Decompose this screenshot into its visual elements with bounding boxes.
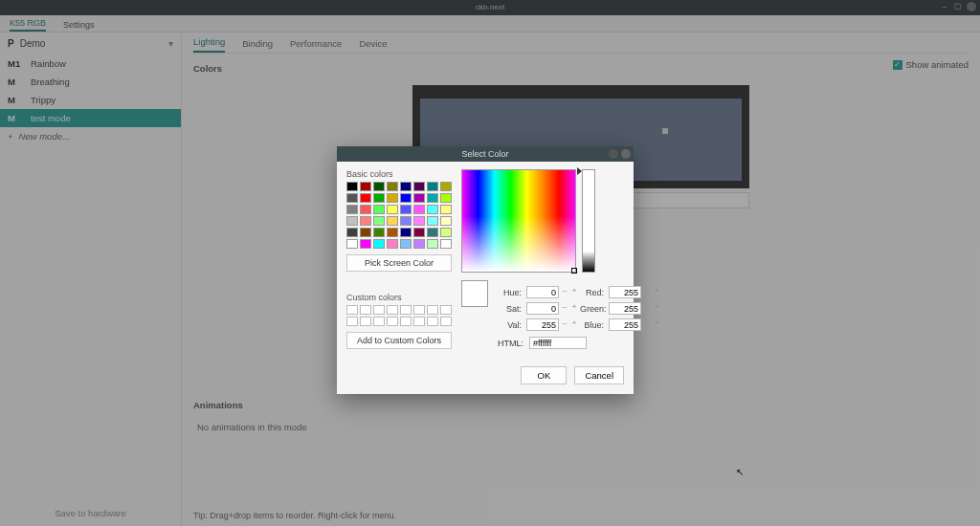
basic-color-swatch[interactable] — [373, 205, 385, 214]
basic-color-swatch[interactable] — [346, 228, 358, 237]
basic-color-swatch[interactable] — [387, 228, 398, 237]
custom-color-swatch[interactable] — [387, 317, 398, 326]
basic-color-swatch[interactable] — [413, 205, 425, 214]
basic-color-swatch[interactable] — [440, 228, 452, 237]
sat-decrement[interactable]: – — [561, 302, 568, 315]
save-to-hardware-button[interactable]: Save to hardware — [0, 500, 181, 526]
green-decrement[interactable]: – — [643, 302, 651, 315]
basic-color-swatch[interactable] — [413, 228, 425, 237]
basic-color-swatch[interactable] — [440, 239, 452, 249]
subtab-device[interactable]: Device — [359, 38, 387, 53]
sat-increment[interactable]: + — [570, 302, 578, 315]
subtab-lighting[interactable]: Lighting — [193, 36, 225, 53]
basic-color-swatch[interactable] — [346, 193, 358, 203]
custom-color-swatch[interactable] — [440, 317, 452, 326]
val-input[interactable] — [526, 318, 559, 331]
custom-color-swatch[interactable] — [427, 317, 438, 326]
mode-item-rainbow[interactable]: M1 Rainbow — [0, 55, 181, 73]
basic-color-swatch[interactable] — [427, 193, 438, 203]
basic-color-swatch[interactable] — [427, 216, 438, 226]
basic-color-swatch[interactable] — [387, 182, 398, 191]
basic-color-swatch[interactable] — [400, 216, 412, 226]
basic-color-swatch[interactable] — [400, 193, 412, 203]
hue-increment[interactable]: + — [570, 286, 578, 298]
basic-color-swatch[interactable] — [440, 205, 452, 214]
maximize-icon[interactable]: ▢ — [953, 2, 963, 11]
close-icon[interactable] — [967, 2, 976, 11]
basic-color-swatch[interactable] — [373, 216, 385, 226]
hue-decrement[interactable]: – — [561, 286, 568, 298]
custom-color-swatch[interactable] — [360, 305, 371, 315]
profile-selector[interactable]: P Demo ▾ — [0, 33, 181, 55]
basic-color-swatch[interactable] — [413, 239, 425, 249]
hue-input[interactable] — [526, 286, 559, 298]
custom-color-swatch[interactable] — [427, 305, 438, 315]
red-decrement[interactable]: – — [643, 286, 651, 298]
gradient-handle-icon[interactable] — [571, 268, 577, 274]
basic-color-swatch[interactable] — [440, 182, 452, 191]
basic-color-swatch[interactable] — [346, 182, 358, 191]
ok-button[interactable]: OK — [521, 366, 567, 384]
val-decrement[interactable]: – — [561, 318, 568, 331]
blue-input[interactable] — [609, 318, 641, 331]
basic-color-swatch[interactable] — [427, 205, 438, 214]
red-increment[interactable]: + — [653, 286, 660, 298]
basic-color-swatch[interactable] — [373, 182, 385, 191]
green-input[interactable] — [609, 302, 641, 315]
basic-color-swatch[interactable] — [413, 182, 425, 191]
basic-color-swatch[interactable] — [400, 228, 412, 237]
basic-color-swatch[interactable] — [427, 182, 438, 191]
green-increment[interactable]: + — [653, 302, 660, 315]
minimize-icon[interactable]: – — [940, 2, 949, 11]
cancel-button[interactable]: Cancel — [574, 366, 624, 384]
add-to-custom-button[interactable]: Add to Custom Colors — [346, 332, 452, 349]
basic-color-swatch[interactable] — [360, 193, 371, 203]
basic-color-swatch[interactable] — [387, 193, 398, 203]
basic-color-swatch[interactable] — [427, 239, 438, 249]
basic-color-swatch[interactable] — [427, 228, 438, 237]
dialog-titlebar[interactable]: Select Color — [337, 146, 634, 162]
basic-color-swatch[interactable] — [387, 216, 398, 226]
lighting-zone-wheel[interactable] — [662, 128, 668, 134]
basic-color-swatch[interactable] — [400, 182, 412, 191]
custom-color-swatch[interactable] — [440, 305, 452, 315]
basic-color-swatch[interactable] — [387, 205, 398, 214]
basic-color-swatch[interactable] — [440, 193, 452, 203]
basic-color-swatch[interactable] — [360, 239, 371, 249]
tab-settings[interactable]: Settings — [63, 20, 95, 32]
slider-handle-icon[interactable] — [577, 167, 582, 175]
basic-color-swatch[interactable] — [360, 182, 371, 191]
basic-color-swatch[interactable] — [413, 216, 425, 226]
pick-screen-color-button[interactable]: Pick Screen Color — [346, 254, 452, 272]
subtab-binding[interactable]: Binding — [242, 38, 273, 53]
basic-color-swatch[interactable] — [400, 205, 412, 214]
custom-color-swatch[interactable] — [387, 305, 398, 315]
tab-k55rgb[interactable]: K55 RGB — [10, 18, 46, 32]
dialog-rollup-icon[interactable] — [609, 149, 618, 159]
basic-color-swatch[interactable] — [346, 239, 358, 249]
custom-color-swatch[interactable] — [413, 305, 425, 315]
custom-color-swatch[interactable] — [400, 317, 412, 326]
basic-color-swatch[interactable] — [373, 193, 385, 203]
blue-decrement[interactable]: – — [643, 318, 651, 331]
sat-input[interactable] — [526, 302, 559, 315]
basic-color-swatch[interactable] — [373, 228, 385, 237]
basic-color-swatch[interactable] — [346, 205, 358, 214]
subtab-performance[interactable]: Performance — [290, 38, 342, 53]
custom-color-swatch[interactable] — [413, 317, 425, 326]
value-slider[interactable] — [582, 169, 595, 273]
html-input[interactable] — [529, 337, 587, 349]
show-animated-checkbox[interactable]: ✓ Show animated — [893, 59, 969, 70]
mode-item-trippy[interactable]: M Trippy — [0, 91, 181, 109]
color-gradient-picker[interactable] — [461, 169, 576, 273]
basic-color-swatch[interactable] — [360, 205, 371, 214]
custom-color-swatch[interactable] — [346, 305, 358, 315]
basic-color-swatch[interactable] — [346, 216, 358, 226]
blue-increment[interactable]: + — [653, 318, 660, 331]
basic-color-swatch[interactable] — [440, 216, 452, 226]
mode-item-breathing[interactable]: M Breathing — [0, 73, 181, 91]
custom-color-swatch[interactable] — [373, 305, 385, 315]
custom-color-swatch[interactable] — [373, 317, 385, 326]
basic-color-swatch[interactable] — [373, 239, 385, 249]
basic-color-swatch[interactable] — [360, 216, 371, 226]
